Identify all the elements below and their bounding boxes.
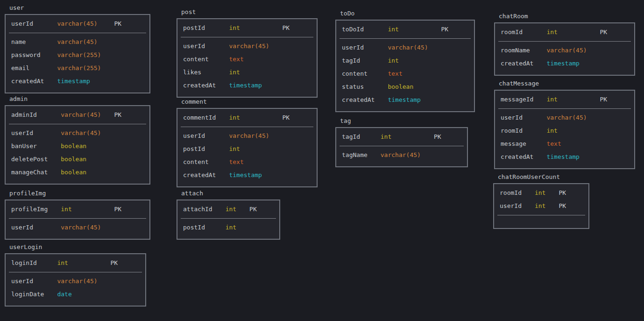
table-card-chatmessage[interactable]: chatMessagemessageIdintPKuserIdvarchar(4… xyxy=(494,80,635,169)
field-type: varchar(45) xyxy=(229,129,269,143)
pk-badge xyxy=(600,150,629,164)
pk-badge xyxy=(441,67,468,80)
field-type: int xyxy=(229,111,269,124)
field-name: postId xyxy=(183,221,212,234)
table-box: userIdvarchar(45)PKnamevarchar(45)passwo… xyxy=(5,14,150,93)
field-type: timestamp xyxy=(57,75,101,88)
field-name: userId xyxy=(342,41,375,54)
table-title: tag xyxy=(340,117,468,125)
pk-badge xyxy=(441,41,468,54)
pk-badge xyxy=(441,54,468,67)
table-card-admin[interactable]: adminadminIdvarchar(45)PKuserIdvarchar(4… xyxy=(5,95,150,185)
field-name: roomId xyxy=(501,124,533,137)
pk-badge: PK xyxy=(114,17,144,30)
pk-badge xyxy=(114,140,144,153)
field-type: int xyxy=(61,203,101,216)
table-card-tag[interactable]: tagtagIdintPKtagNamevarchar(45) xyxy=(335,117,468,167)
field-grid: tagIdintPKtagNamevarchar(45) xyxy=(336,128,467,166)
field-name: content xyxy=(183,156,216,169)
field-type: text xyxy=(546,137,587,150)
table-box: attachIdintPKpostIdint xyxy=(177,200,280,240)
pk-badge: PK xyxy=(114,203,144,216)
field-name: message xyxy=(501,137,533,150)
table-card-attach[interactable]: attachattachIdintPKpostIdint xyxy=(177,190,280,240)
table-card-comment[interactable]: commentcommentIdintPKuserIdvarchar(45)po… xyxy=(177,98,318,187)
field-type: int xyxy=(229,21,269,35)
field-grid: roomIdintPKroomNamevarchar(45)createdAtt… xyxy=(495,23,634,75)
pk-badge: PK xyxy=(434,130,461,143)
table-card-chatroomusercount[interactable]: chatRoomUserCountroomIdintPKuserIdintPK xyxy=(493,173,589,229)
table-card-post[interactable]: postpostIdintPKuserIdvarchar(45)contentt… xyxy=(177,8,318,98)
pk-badge xyxy=(114,62,144,75)
pk-badge xyxy=(114,75,144,88)
field-name: profileImg xyxy=(11,203,48,216)
pk-badge xyxy=(600,57,629,70)
pk-badge xyxy=(114,221,144,234)
field-name: toDoId xyxy=(342,23,375,36)
field-name: adminId xyxy=(11,108,48,121)
pk-badge xyxy=(249,221,274,234)
pk-divider xyxy=(497,215,585,215)
field-grid: userIdvarchar(45)PKnamevarchar(45)passwo… xyxy=(6,15,149,93)
field-grid: roomIdintPKuserIdintPK xyxy=(494,184,588,228)
table-card-userlogin[interactable]: userLoginloginIdintPKuserIdvarchar(45)lo… xyxy=(5,243,146,307)
field-name: status xyxy=(342,80,375,93)
field-name: userId xyxy=(183,129,216,143)
field-name: userId xyxy=(11,127,48,140)
field-name: attachId xyxy=(183,203,212,216)
pk-badge: PK xyxy=(249,203,274,216)
pk-badge xyxy=(114,166,144,179)
field-type: text xyxy=(229,53,269,66)
field-type: varchar(45) xyxy=(57,36,101,49)
field-type: varchar(45) xyxy=(57,275,97,288)
field-type: varchar(45) xyxy=(61,108,101,121)
field-type: int xyxy=(229,66,269,79)
pk-badge xyxy=(600,44,629,57)
field-type: varchar(45) xyxy=(546,111,587,124)
field-type: int xyxy=(388,23,428,36)
field-name: roomId xyxy=(500,186,522,200)
pk-badge xyxy=(283,129,311,143)
pk-badge xyxy=(600,124,629,137)
field-type: boolean xyxy=(61,140,101,153)
field-grid: attachIdintPKpostIdint xyxy=(177,200,279,239)
table-box: toDoIdintPKuserIdvarchar(45)tagIdintcont… xyxy=(335,20,475,112)
table-card-profileimg[interactable]: profileImgprofileImgintPKuserIdvarchar(4… xyxy=(5,190,150,240)
field-type: varchar(45) xyxy=(57,17,101,30)
table-box: tagIdintPKtagNamevarchar(45) xyxy=(335,127,468,167)
field-name: tagId xyxy=(342,54,375,67)
field-name: manageChat xyxy=(11,166,48,179)
table-card-chatroom[interactable]: chatRoomroomIdintPKroomNamevarchar(45)cr… xyxy=(494,13,635,76)
pk-badge xyxy=(283,156,311,169)
field-type: boolean xyxy=(61,153,101,166)
pk-badge xyxy=(114,36,144,49)
field-type: timestamp xyxy=(546,57,587,70)
pk-badge xyxy=(434,149,461,162)
field-name: name xyxy=(11,36,44,49)
table-title: chatMessage xyxy=(499,80,635,87)
field-name: userId xyxy=(500,200,522,213)
erd-canvas: { "colors":{ "background":"#1b1c22", "ca… xyxy=(0,0,644,321)
field-name: userId xyxy=(183,40,216,53)
field-name: roomName xyxy=(501,44,533,57)
table-box: roomIdintPKroomNamevarchar(45)createdAtt… xyxy=(494,22,635,76)
field-name: email xyxy=(11,62,44,75)
table-card-user[interactable]: useruserIdvarchar(45)PKnamevarchar(45)pa… xyxy=(5,4,150,93)
pk-badge: PK xyxy=(600,26,629,39)
field-name: password xyxy=(11,49,44,62)
field-name: loginId xyxy=(11,257,44,270)
table-title: chatRoomUserCount xyxy=(498,173,589,181)
field-type: varchar(45) xyxy=(229,40,269,53)
field-type: int xyxy=(535,186,545,200)
pk-badge: PK xyxy=(559,186,583,200)
field-type: int xyxy=(381,130,421,143)
pk-badge: PK xyxy=(441,23,468,36)
pk-divider xyxy=(9,218,146,219)
table-card-todo[interactable]: toDotoDoIdintPKuserIdvarchar(45)tagIdint… xyxy=(335,10,475,112)
field-type: varchar(255) xyxy=(57,62,101,75)
field-grid: messageIdintPKuserIdvarchar(45)roomIdint… xyxy=(495,91,634,168)
field-type: varchar(45) xyxy=(388,41,428,54)
field-type: int xyxy=(535,200,545,213)
pk-badge: PK xyxy=(111,257,140,270)
field-name: tagName xyxy=(342,149,368,162)
